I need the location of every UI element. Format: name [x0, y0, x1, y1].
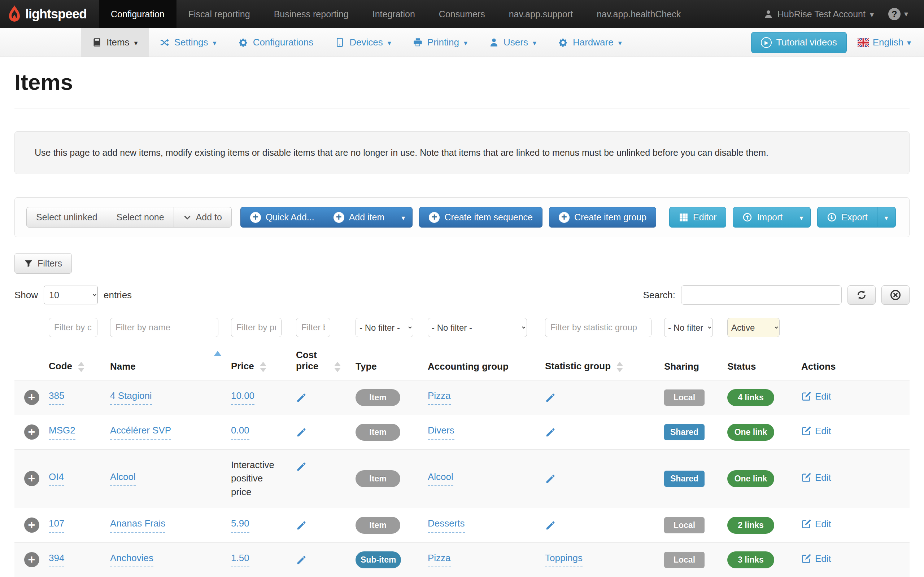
header-name[interactable]: Name: [110, 344, 231, 380]
filter-accounting-group-select[interactable]: - No filter -: [428, 318, 527, 337]
select-unlinked-button[interactable]: Select unlinked: [26, 207, 107, 227]
accounting-group-link[interactable]: Alcool: [428, 472, 453, 486]
item-price-link[interactable]: 10.00: [231, 390, 254, 405]
tutorial-videos-button[interactable]: Tutorial videos: [751, 32, 847, 53]
accounting-group-link[interactable]: Pizza: [428, 390, 451, 405]
filters-button[interactable]: Filters: [15, 253, 72, 274]
export-button[interactable]: Export: [817, 207, 877, 227]
select-none-button[interactable]: Select none: [107, 207, 174, 227]
expand-row-icon[interactable]: [24, 552, 39, 567]
accounting-group-link[interactable]: Divers: [428, 425, 454, 440]
tab-settings[interactable]: Settings: [149, 28, 228, 56]
header-code[interactable]: Code: [49, 344, 110, 380]
entries-select[interactable]: 10: [44, 285, 98, 305]
create-item-sequence-button[interactable]: Create item sequence: [419, 207, 543, 227]
header-sharing[interactable]: Sharing: [664, 344, 727, 380]
item-code-link[interactable]: MSG2: [49, 425, 76, 440]
pencil-icon[interactable]: [296, 554, 307, 566]
pencil-icon[interactable]: [545, 473, 556, 484]
tab-hardware[interactable]: Hardware: [547, 28, 633, 56]
filter-cost-input[interactable]: [296, 318, 330, 337]
clear-filters-button[interactable]: [881, 285, 909, 305]
item-price-link[interactable]: 1.50: [231, 553, 249, 567]
import-dropdown-toggle[interactable]: [792, 207, 811, 227]
import-button[interactable]: Import: [733, 207, 792, 227]
header-accounting-group[interactable]: Accounting group: [428, 344, 545, 380]
expand-row-icon[interactable]: [24, 517, 39, 533]
caret-down-icon: [800, 212, 803, 222]
add-item-button[interactable]: Add item: [324, 207, 394, 227]
item-code-link[interactable]: 385: [49, 390, 64, 405]
topnav-item-support[interactable]: nav.app.support: [497, 0, 585, 28]
filter-price-input[interactable]: [231, 318, 281, 337]
header-statistic-group[interactable]: Statistic group: [545, 344, 664, 380]
tab-devices[interactable]: Devices: [324, 28, 402, 56]
header-price[interactable]: Price: [231, 344, 296, 380]
tab-printing[interactable]: Printing: [402, 28, 478, 56]
item-price-link[interactable]: 5.90: [231, 518, 249, 533]
edit-button[interactable]: Edit: [801, 472, 831, 483]
item-name-link[interactable]: Ananas Frais: [110, 518, 165, 533]
topnav-item-healthcheck[interactable]: nav.app.healthCheck: [585, 0, 693, 28]
filter-status-select[interactable]: Active: [727, 318, 780, 337]
topnav-item-consumers[interactable]: Consumers: [427, 0, 497, 28]
pencil-icon[interactable]: [545, 519, 556, 531]
search-input[interactable]: [681, 285, 842, 305]
edit-button[interactable]: Edit: [801, 519, 831, 530]
refresh-button[interactable]: [848, 285, 876, 305]
pencil-icon[interactable]: [296, 461, 307, 472]
account-menu[interactable]: HubRise Test Account: [764, 9, 874, 19]
accounting-group-link[interactable]: Desserts: [428, 518, 465, 533]
tab-users[interactable]: Users: [478, 28, 547, 56]
item-name-link[interactable]: Anchovies: [110, 553, 153, 567]
item-name-link[interactable]: Accélérer SVP: [110, 425, 171, 440]
filter-statistic-group-input[interactable]: [545, 318, 651, 337]
topnav-item-fiscal-reporting[interactable]: Fiscal reporting: [176, 0, 262, 28]
create-item-group-button[interactable]: Create item group: [549, 207, 656, 227]
item-name-link[interactable]: 4 Stagioni: [110, 390, 152, 405]
add-item-dropdown-toggle[interactable]: [394, 207, 412, 227]
topnav-item-integration[interactable]: Integration: [360, 0, 427, 28]
filter-code-input[interactable]: [49, 318, 97, 337]
expand-row-icon[interactable]: [24, 424, 39, 440]
tab-configurations[interactable]: Configurations: [228, 28, 325, 56]
filter-sharing-select[interactable]: - No filter -: [664, 318, 713, 337]
item-code-link[interactable]: 107: [49, 518, 64, 533]
pencil-icon[interactable]: [545, 426, 556, 438]
topnav-item-configuration[interactable]: Configuration: [99, 0, 176, 28]
help-menu[interactable]: [888, 8, 908, 20]
pencil-icon[interactable]: [296, 519, 307, 531]
status-badge: One link: [727, 424, 774, 441]
header-status[interactable]: Status: [727, 344, 801, 380]
editor-button[interactable]: Editor: [669, 207, 726, 227]
filter-name-input[interactable]: [110, 318, 218, 337]
item-code-link[interactable]: OI4: [49, 472, 64, 486]
intro-text: Use this page to add new items, modify e…: [35, 148, 769, 158]
add-to-button[interactable]: Add to: [174, 207, 232, 227]
topnav-item-business-reporting[interactable]: Business reporting: [262, 0, 360, 28]
lightspeed-logo[interactable]: lightspeed: [0, 0, 99, 28]
language-label: English: [873, 37, 903, 48]
language-selector[interactable]: English: [858, 37, 911, 48]
item-price-link[interactable]: 0.00: [231, 425, 249, 440]
pencil-icon[interactable]: [296, 392, 307, 403]
pencil-icon[interactable]: [296, 426, 307, 438]
quick-add-button[interactable]: Quick Add...: [241, 207, 324, 227]
list-controls: Show 10 entries Search:: [15, 285, 909, 305]
expand-row-icon[interactable]: [24, 471, 39, 486]
header-type[interactable]: Type: [355, 344, 428, 380]
pencil-icon[interactable]: [545, 392, 556, 403]
edit-button[interactable]: Edit: [801, 553, 831, 564]
chevron-down-icon: [870, 9, 874, 19]
export-dropdown-toggle[interactable]: [877, 207, 896, 227]
header-cost-price[interactable]: Cost price: [296, 344, 355, 380]
filter-type-select[interactable]: - No filter -: [355, 318, 413, 337]
statistic-group-link[interactable]: Toppings: [545, 553, 583, 567]
accounting-group-link[interactable]: Pizza: [428, 553, 451, 567]
item-name-link[interactable]: Alcool: [110, 472, 136, 486]
item-code-link[interactable]: 394: [49, 553, 64, 567]
edit-button[interactable]: Edit: [801, 391, 831, 402]
expand-row-icon[interactable]: [24, 390, 39, 405]
tab-items[interactable]: Items: [81, 28, 149, 56]
edit-button[interactable]: Edit: [801, 425, 831, 437]
